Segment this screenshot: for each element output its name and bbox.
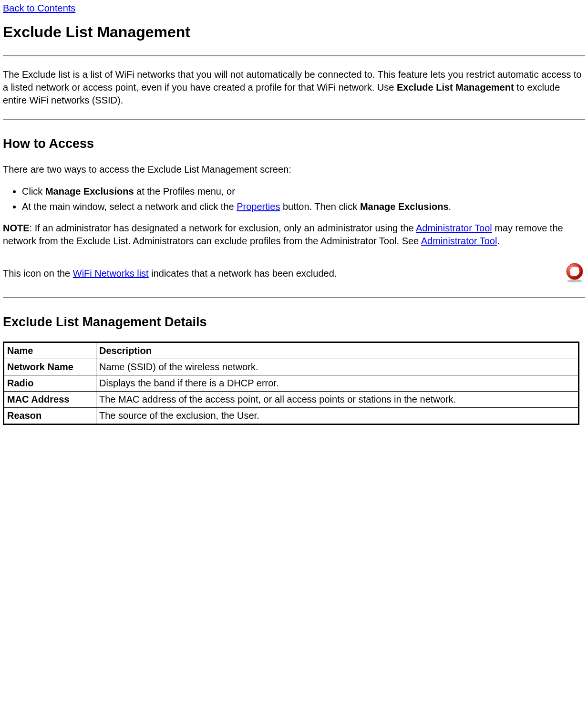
cell-desc: The source of the exclusion, the User. xyxy=(96,408,579,425)
icon-line-pre: This icon on the xyxy=(3,268,73,279)
table-header-row: Name Description xyxy=(4,342,579,359)
list-item: At the main window, select a network and… xyxy=(22,200,585,213)
note-text-3: . xyxy=(497,236,500,246)
bullet1-post: at the Profiles menu, or xyxy=(134,186,235,197)
cell-name: Network Name xyxy=(4,359,96,375)
icon-line-post: indicates that a network has been exclud… xyxy=(149,268,337,279)
cell-desc: Name (SSID) of the wireless network. xyxy=(96,359,579,375)
details-heading: Exclude List Management Details xyxy=(3,315,585,330)
note-paragraph: NOTE: If an administrator has designated… xyxy=(3,222,585,248)
note-label: NOTE xyxy=(3,223,30,233)
bullet1-bold: Manage Exclusions xyxy=(45,186,134,197)
svg-point-0 xyxy=(567,280,582,282)
header-name: Name xyxy=(4,342,96,359)
table-row: Radio Displays the band if there is a DH… xyxy=(4,375,579,392)
bullet2-pre: At the main window, select a network and… xyxy=(22,201,237,212)
page-title: Exclude List Management xyxy=(3,23,585,41)
how-to-access-list: Click Manage Exclusions at the Profiles … xyxy=(3,185,585,213)
divider xyxy=(3,119,585,120)
bullet2-mid: button. Then click xyxy=(280,201,360,212)
cell-desc: Displays the band if there is a DHCP err… xyxy=(96,375,579,392)
cell-name: Radio xyxy=(4,375,96,392)
excluded-icon xyxy=(564,262,585,285)
cell-name: Reason xyxy=(4,408,96,425)
table-row: Reason The source of the exclusion, the … xyxy=(4,408,579,425)
properties-link[interactable]: Properties xyxy=(237,201,280,212)
icon-indicator-line: This icon on the WiFi Networks list indi… xyxy=(3,262,585,285)
intro-paragraph: The Exclude list is a list of WiFi netwo… xyxy=(3,68,585,107)
how-to-access-intro: There are two ways to access the Exclude… xyxy=(3,163,585,176)
table-row: Network Name Name (SSID) of the wireless… xyxy=(4,359,579,375)
wifi-networks-list-link[interactable]: WiFi Networks list xyxy=(73,268,149,279)
administrator-tool-link-2[interactable]: Administrator Tool xyxy=(421,236,497,246)
divider xyxy=(3,55,585,56)
details-table: Name Description Network Name Name (SSID… xyxy=(3,342,579,425)
intro-bold-1: Exclude List Management xyxy=(397,82,514,93)
note-text-1: : If an administrator has designated a n… xyxy=(30,223,416,233)
bullet2-bold: Manage Exclusions xyxy=(360,201,449,212)
header-desc: Description xyxy=(96,342,579,359)
cell-name: MAC Address xyxy=(4,392,96,408)
list-item: Click Manage Exclusions at the Profiles … xyxy=(22,185,585,198)
table-row: MAC Address The MAC address of the acces… xyxy=(4,392,579,408)
administrator-tool-link-1[interactable]: Administrator Tool xyxy=(416,223,492,233)
how-to-access-heading: How to Access xyxy=(3,136,585,151)
back-to-contents-link[interactable]: Back to Contents xyxy=(3,3,75,13)
divider xyxy=(3,297,585,298)
cell-desc: The MAC address of the access point, or … xyxy=(96,392,579,408)
bullet2-post: . xyxy=(449,201,452,212)
bullet1-pre: Click xyxy=(22,186,45,197)
